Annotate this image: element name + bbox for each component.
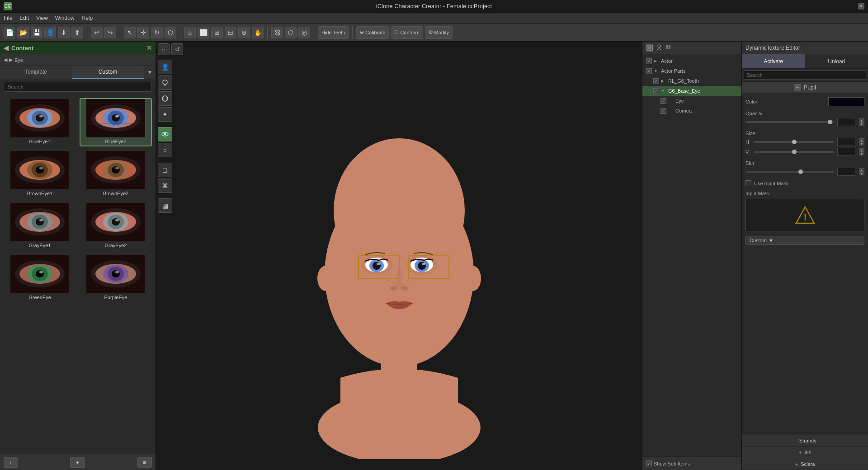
size-v-down[interactable]: ▼: [859, 152, 864, 155]
fit-button[interactable]: ⬜: [198, 27, 209, 38]
profile-button[interactable]: 👤: [44, 27, 56, 38]
export-button[interactable]: ⬆: [71, 27, 83, 38]
grid-button[interactable]: ⊞: [211, 27, 223, 38]
menu-button[interactable]: ≡: [137, 457, 152, 468]
texture-search-input[interactable]: [744, 70, 866, 80]
eye-item-blueeye1[interactable]: BlueEye1: [4, 98, 76, 146]
size-h-up[interactable]: ▲: [859, 138, 864, 142]
size-h-down[interactable]: ▼: [859, 142, 864, 146]
select-button[interactable]: ↖: [124, 27, 136, 38]
close-panel-button[interactable]: ✕: [146, 44, 152, 52]
hair-button[interactable]: ✦: [158, 107, 172, 122]
save-button[interactable]: 💾: [31, 27, 42, 38]
blur-down[interactable]: ▼: [859, 172, 864, 175]
checkbox-eye[interactable]: ✓: [660, 98, 666, 104]
open-button[interactable]: 📂: [17, 27, 29, 38]
pan-button[interactable]: ✋: [252, 27, 264, 38]
tree-item-cornea[interactable]: ✓ Cornea: [642, 106, 741, 116]
body-button[interactable]: 👤: [158, 60, 172, 74]
menu-file[interactable]: File: [4, 15, 12, 21]
layer-sclera[interactable]: + Sclera: [742, 458, 868, 470]
tree-item-base-eye[interactable]: ✓ ▼ G6_Base_Eye: [642, 86, 741, 96]
opacity-up[interactable]: ▲: [859, 118, 864, 122]
viewport-fit-button[interactable]: ↔: [158, 43, 170, 55]
opacity-slider[interactable]: [745, 121, 835, 123]
eye-item-browneye2[interactable]: BrownEye2: [80, 150, 152, 198]
expand-actor[interactable]: ▶: [654, 59, 659, 63]
eye-item-browneye1[interactable]: BrownEye1: [4, 150, 76, 198]
tree-item-eye[interactable]: ✓ Eye: [642, 96, 741, 106]
opacity-down[interactable]: ▼: [859, 122, 864, 126]
tab-template[interactable]: Template: [0, 66, 72, 79]
color-swatch[interactable]: [828, 97, 864, 106]
blur-value[interactable]: 0.62: [837, 168, 855, 176]
menu-help[interactable]: Help: [82, 15, 93, 21]
blur-up[interactable]: ▲: [859, 168, 864, 172]
eye-item-grayeye1[interactable]: GrayEye1: [4, 202, 76, 250]
modify-button[interactable]: ⚙ Modify: [425, 26, 453, 39]
size-v-slider[interactable]: [754, 151, 835, 153]
tree-item-teeth[interactable]: ✓ ▶ RL_G6_Teeth: [642, 76, 741, 86]
expand-teeth[interactable]: ▶: [661, 79, 666, 83]
skin-button[interactable]: ○: [158, 143, 172, 157]
menu-view[interactable]: View: [36, 15, 48, 21]
hide-teeth-button[interactable]: Hide Teeth: [318, 26, 349, 39]
move-button[interactable]: ✛: [137, 27, 149, 38]
accessory-button[interactable]: ⌘: [158, 179, 172, 193]
checkbox-cornea[interactable]: ✓: [660, 108, 666, 114]
menu-edit[interactable]: Edit: [19, 15, 29, 21]
close-button[interactable]: ×: [858, 3, 864, 9]
tree-item-actor[interactable]: ✓ ▶ Actor: [642, 56, 741, 66]
head-button[interactable]: [158, 75, 172, 90]
custom-dropdown[interactable]: Custom ▼: [745, 236, 864, 245]
layer-strands[interactable]: + Strands: [742, 435, 868, 446]
search-input[interactable]: [4, 82, 152, 92]
layer-iris[interactable]: + Iris: [742, 446, 868, 458]
activate-button[interactable]: Activate: [742, 54, 805, 68]
blur-slider[interactable]: [745, 171, 835, 173]
sphere-button[interactable]: ◎: [298, 27, 310, 38]
checkbox-teeth[interactable]: ✓: [653, 78, 659, 84]
new-button[interactable]: 📄: [4, 27, 15, 38]
menu-window[interactable]: Window: [55, 15, 75, 21]
orbit-button[interactable]: ⊕: [238, 27, 250, 38]
breadcrumb-item[interactable]: Eye: [14, 57, 23, 63]
expand-base-eye[interactable]: ▼: [661, 89, 666, 93]
checkbox-actor-parts[interactable]: ✓: [646, 68, 652, 74]
back-icon[interactable]: ◀: [4, 44, 9, 52]
add-button[interactable]: +: [70, 457, 85, 468]
expand-actor-parts[interactable]: ▼: [654, 69, 659, 73]
morph-button[interactable]: ▦: [158, 198, 172, 213]
checkbox-base-eye[interactable]: ✓: [653, 88, 659, 94]
home-button[interactable]: ⌂: [184, 27, 196, 38]
eye-button[interactable]: [158, 127, 172, 141]
face-button[interactable]: [158, 91, 172, 106]
scroll-down-button[interactable]: ↓: [4, 457, 18, 468]
eye-item-blueeye2[interactable]: BlueEye2: [80, 98, 152, 146]
import-button[interactable]: ⬇: [58, 27, 70, 38]
frame-button[interactable]: ⊟: [225, 27, 236, 38]
eye-item-greeneye[interactable]: GreenEye: [4, 254, 76, 302]
rotate-button[interactable]: ↻: [151, 27, 163, 38]
calibrate-button[interactable]: ⊕ Calibrate: [356, 26, 389, 39]
viewport-refresh-button[interactable]: ↺: [171, 43, 183, 55]
scale-button[interactable]: ⬡: [165, 27, 176, 38]
size-v-up[interactable]: ▲: [859, 148, 864, 152]
breadcrumb-back[interactable]: ◀: [4, 57, 7, 63]
size-v-value[interactable]: 1.00: [837, 148, 855, 156]
show-sub-items-checkbox[interactable]: ✓: [646, 461, 652, 466]
unload-button[interactable]: Unload: [805, 54, 868, 68]
eye-item-purpleeye[interactable]: PurpleEye: [80, 254, 152, 302]
tab-custom[interactable]: Custom: [72, 66, 144, 79]
eye-item-grayeye2[interactable]: GrayEye2: [80, 202, 152, 250]
redo-button[interactable]: ↪: [104, 27, 116, 38]
opacity-value[interactable]: 1.00: [837, 118, 855, 126]
size-h-slider[interactable]: [754, 141, 835, 143]
undo-button[interactable]: ↩: [91, 27, 103, 38]
conform-button[interactable]: ⬡ Conform: [391, 26, 423, 39]
checkbox-actor[interactable]: ✓: [646, 58, 652, 64]
clothing-button[interactable]: ◻: [158, 163, 172, 177]
tab-dropdown[interactable]: ▼: [144, 66, 156, 79]
collapse-pupil-button[interactable]: −: [794, 84, 801, 91]
weight-button[interactable]: ⬡: [285, 27, 297, 38]
